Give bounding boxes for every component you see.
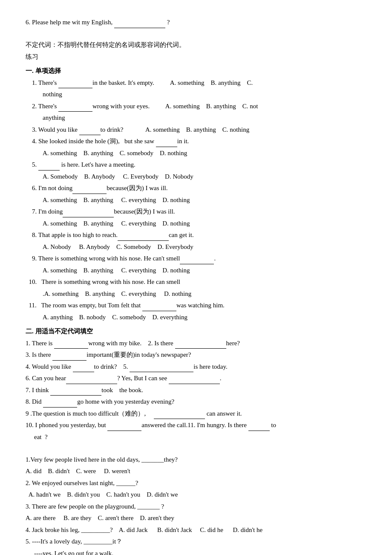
question-6b: 6. I'm not doingbecause(因为) I was ill. — [26, 183, 366, 194]
fill-q7: 7. I think took the book. — [26, 385, 366, 396]
q1-blank — [58, 88, 92, 88]
fill-q4: 4. Would you like to drink? 5. is here t… — [26, 361, 366, 373]
question-4: 4. She looked inside the hole (洞), but s… — [26, 136, 366, 147]
tagq-3-options: A. are there B. are they C. aren't there… — [26, 513, 366, 524]
question-11: 11. The room was empty, but Tom felt tha… — [26, 300, 366, 311]
q5-options: A. Somebody B. Anybody C. Everybody D. N… — [26, 171, 366, 182]
q6b-blank — [72, 194, 107, 194]
q8-options: A. Nobody B. Anybody C. Somebody D. Ever… — [26, 242, 366, 253]
tagq-5-answer: ----yes. Let's go out for a walk. — [26, 548, 366, 555]
q9-options: A. something B. anything C. everything D… — [26, 265, 366, 276]
intro-line2: 练习 — [26, 52, 366, 63]
fq6-blank1 — [66, 384, 117, 384]
q11-blank — [142, 311, 176, 311]
question-6: 6. Please help me wit my English, ? — [26, 17, 366, 28]
question-8: 8. That apple is too high to reach.can g… — [26, 230, 366, 241]
question-9: 9. There is something wrong with his nos… — [26, 253, 366, 264]
fq8-blank — [43, 407, 77, 408]
q4-blank — [156, 147, 177, 147]
q11-options: A. anything B. nobody C. somebody D. eve… — [26, 312, 366, 323]
fill-q3: 3. Is there important(重要的)in today's new… — [26, 350, 366, 361]
q5-blank — [38, 170, 60, 171]
tagq-2: 2. We enjoyed ourselves last night, ____… — [26, 478, 366, 489]
fq9-blank — [154, 419, 205, 419]
q9-blank — [180, 264, 214, 264]
tagq-2-options: A. hadn't we B. didn't you C. hadn't you… — [26, 489, 366, 500]
fq6-blank2 — [169, 384, 220, 384]
fq4-blank2 — [130, 372, 193, 372]
q2-options-continued: anything — [26, 113, 366, 124]
fill-q10-cont: eat ? — [26, 432, 366, 443]
fill-q6: 6. Can you hear? Yes, But I can see . — [26, 373, 366, 384]
question-5: 5. is here. Let's have a meeting. — [26, 159, 366, 171]
question-3: 3. Would you like to drink? A. something… — [26, 124, 366, 136]
tagq-5: 5. ----It's a lovely day, _________it？ — [26, 536, 366, 547]
intro-line1: 不定代词：不指明代替任何特定的名词或形容词的代词。 — [26, 40, 366, 51]
q2-blank — [58, 111, 92, 112]
fill-q10: 10. I phoned you yesterday, but answered… — [26, 420, 366, 431]
q7-options: A. something B. anything C. everything D… — [26, 218, 366, 229]
question-7: 7. I'm doingbecause(因为) I was ill. — [26, 206, 366, 217]
tagq-1-options: A. did B. didn't C. were D. weren't — [26, 466, 366, 477]
fq1-blank1 — [54, 348, 88, 349]
q1-options-continued: nothing — [26, 89, 366, 100]
section1-title: 一. 单项选择 — [26, 66, 366, 77]
tagq-4: 4. Jack broke his leg, _________? A. did… — [26, 525, 366, 536]
question-1: 1. There's in the basket. It's empty. A.… — [26, 78, 366, 89]
q8-blank — [118, 240, 169, 241]
fq10-blank2 — [248, 431, 270, 431]
fq3-blank — [52, 360, 86, 361]
q10-options: .A. something B. anything C. everything … — [26, 289, 366, 300]
fq7-blank — [50, 395, 101, 396]
question-10: 10. There is something wrong with his no… — [26, 277, 366, 288]
q4-options: A. something B. anything C. somebody D. … — [26, 148, 366, 159]
fq1-blank2 — [175, 348, 226, 349]
fill-q9: 9 .The question is much too difficult（难的… — [26, 408, 366, 419]
q6-blank — [114, 28, 165, 28]
tagq-1: 1.Very few people lived here in the old … — [26, 454, 366, 465]
tagq-3: 3. There are few people on the playgroun… — [26, 501, 366, 512]
fill-q8: 8. Did go home with you yesterday evenin… — [26, 396, 366, 408]
q7-blank — [63, 217, 114, 217]
section2-title: 二. 用适当不定代词填空 — [26, 326, 366, 337]
question-2: 2. There's wrong with your eyes. A. some… — [26, 101, 366, 112]
q6b-options: A. something B. anything C. everything D… — [26, 195, 366, 206]
q3-blank — [79, 135, 101, 135]
fill-q1: 1. There is wrong with my bike. 2. Is th… — [26, 338, 366, 349]
fq4-blank1 — [73, 372, 94, 372]
fq10-blank1 — [107, 431, 141, 431]
